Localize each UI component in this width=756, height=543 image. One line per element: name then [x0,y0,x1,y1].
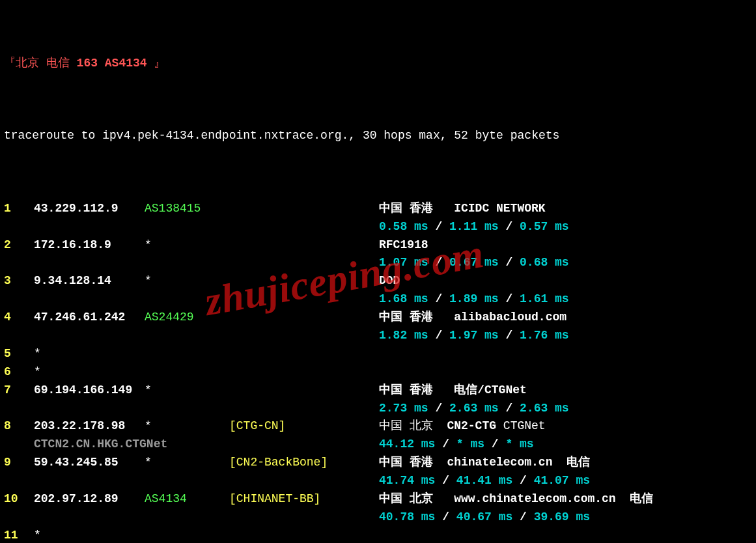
hop-number: 4 [4,309,34,327]
hop-number: 6 [4,363,34,382]
hop-number: 11 [4,527,34,543]
hop-tag: [CN2-BackBone] [229,454,379,472]
traceroute-line: traceroute to ipv4.pek-4134.endpoint.nxt… [4,127,752,145]
hop-tag: [CTG-CN] [229,417,379,436]
hop-asn: AS138415 [145,200,229,218]
hop-row: 769.194.166.149*中国 香港 电信/CTGNet [4,382,752,400]
hop-number: 8 [4,417,34,436]
hop-row: 447.246.61.242AS24429中国 香港 alibabacloud.… [4,309,752,327]
hop-ip: * [34,527,145,543]
hop-number: 10 [4,490,34,508]
hop-number: 1 [4,200,34,218]
hop-number: 7 [4,382,34,400]
hop-rdns: CTCN2.CN.HKG.CTGNet [34,436,379,454]
hop-rdns-row: CTCN2.CN.HKG.CTGNet44.12 ms / * ms / * m… [4,436,752,454]
hop-list: 143.229.112.9AS138415中国 香港 ICIDC NETWORK… [4,200,752,543]
hop-number: 3 [4,272,34,290]
terminal-output: 『北京 电信 163 AS4134 』 traceroute to ipv4.p… [0,0,756,543]
hop-ip: * [34,363,145,382]
header-prefix: 『北京 电信 [4,55,77,73]
hop-location: 中国 香港 ICIDC NETWORK [379,200,546,218]
hop-number: 9 [4,454,34,472]
hop-ip: 47.246.61.242 [34,309,145,327]
hop-row: 8203.22.178.98*[CTG-CN]中国 北京 CN2-CTG CTG… [4,417,752,436]
hop-location: 中国 北京 www.chinatelecom.com.cn 电信 [379,490,653,508]
hop-row: 2172.16.18.9*RFC1918 [4,236,752,255]
hop-asn: * [145,454,229,472]
hop-row: 11* [4,527,752,543]
hop-number: 2 [4,236,34,255]
hop-location: 中国 香港 chinatelecom.cn 电信 [379,454,590,472]
hop-ip: 172.16.18.9 [34,236,145,255]
hop-asn: * [145,236,229,255]
hop-latency: 44.12 ms / * ms / * ms [379,436,534,454]
hop-ip: 43.229.112.9 [34,200,145,218]
hop-row: 6* [4,363,752,382]
hop-latency-row: 41.74 ms / 41.41 ms / 41.07 ms [4,472,752,490]
hop-latency: 41.74 ms / 41.41 ms / 41.07 ms [379,472,590,490]
hop-latency-row: 2.73 ms / 2.63 ms / 2.63 ms [4,400,752,418]
hop-ip: 202.97.12.89 [34,490,145,508]
hop-location: DOD [379,272,400,290]
hop-row: 10202.97.12.89AS4134[CHINANET-BB]中国 北京 w… [4,490,752,508]
hop-latency: 40.78 ms / 40.67 ms / 39.69 ms [379,508,590,527]
hop-row: 959.43.245.85*[CN2-BackBone]中国 香港 chinat… [4,454,752,472]
hop-tag: [CHINANET-BB] [229,490,379,508]
hop-asn: * [145,382,229,400]
hop-ip: * [34,345,145,363]
hop-location: RFC1918 [379,236,428,255]
hop-latency-row: 0.58 ms / 1.11 ms / 0.57 ms [4,218,752,236]
hop-latency-row: 1.68 ms / 1.89 ms / 1.61 ms [4,290,752,309]
route-header: 『北京 电信 163 AS4134 』 [4,55,752,73]
hop-row: 39.34.128.14*DOD [4,272,752,290]
hop-location: 中国 香港 alibabacloud.com [379,309,567,327]
hop-asn: * [145,272,229,290]
hop-row: 5* [4,345,752,363]
hop-latency: 1.07 ms / 0.67 ms / 0.68 ms [379,254,569,272]
hop-ip: 69.194.166.149 [34,382,145,400]
hop-latency: 1.68 ms / 1.89 ms / 1.61 ms [379,290,569,309]
hop-latency-row: 1.07 ms / 0.67 ms / 0.68 ms [4,254,752,272]
hop-ip: 9.34.128.14 [34,272,145,290]
hop-ip: 59.43.245.85 [34,454,145,472]
hop-latency-row: 1.82 ms / 1.97 ms / 1.76 ms [4,327,752,345]
hop-asn: AS24429 [145,309,229,327]
header-asn: 163 AS4134 [77,55,147,73]
hop-latency: 2.73 ms / 2.63 ms / 2.63 ms [379,400,569,418]
hop-asn: * [145,417,229,436]
hop-row: 143.229.112.9AS138415中国 香港 ICIDC NETWORK [4,200,752,218]
hop-latency: 0.58 ms / 1.11 ms / 0.57 ms [379,218,569,236]
hop-ip: 203.22.178.98 [34,417,145,436]
hop-latency: 1.82 ms / 1.97 ms / 1.76 ms [379,327,569,345]
header-suffix: 』 [147,55,166,73]
hop-location: 中国 北京 CN2-CTG CTGNet [379,417,546,436]
hop-latency-row: 40.78 ms / 40.67 ms / 39.69 ms [4,508,752,527]
hop-number: 5 [4,345,34,363]
hop-location: 中国 香港 电信/CTGNet [379,382,527,400]
hop-asn: AS4134 [145,490,229,508]
